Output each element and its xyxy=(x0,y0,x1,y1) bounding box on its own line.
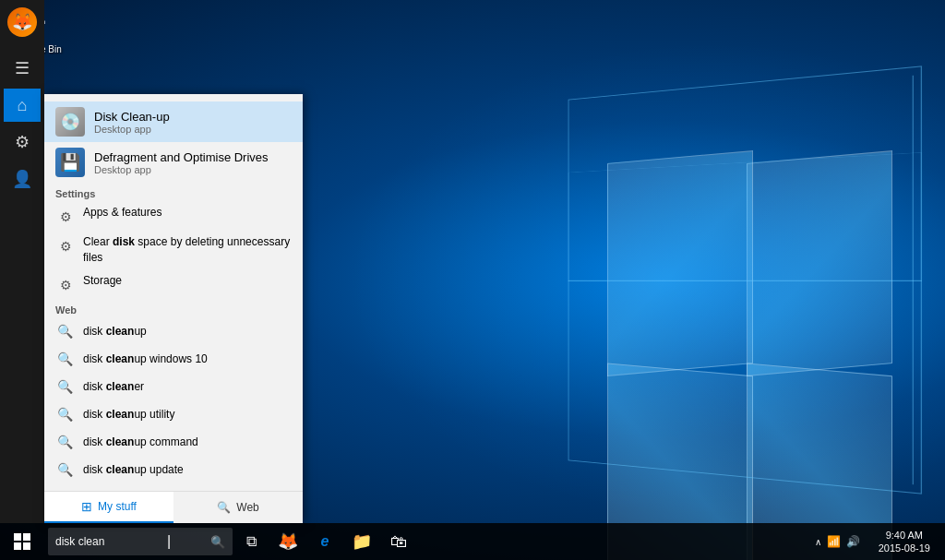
sidebar-hamburger[interactable]: ☰ xyxy=(4,52,41,85)
defrag-text: Defragment and Optimise Drives Desktop a… xyxy=(94,150,269,175)
sidebar-home[interactable]: ⌂ xyxy=(4,89,41,122)
explorer-taskbar-icon: 📁 xyxy=(352,531,372,552)
search-web-icon-1: 🔍 xyxy=(55,350,74,368)
web-result-2[interactable]: 🔍 disk cleaner xyxy=(44,373,303,400)
web-result-1[interactable]: 🔍 disk cleanup windows 10 xyxy=(44,345,303,373)
web-result-text-5: disk cleanup update xyxy=(83,463,184,476)
search-web-icon-3: 🔍 xyxy=(55,405,74,423)
search-web-icon-5: 🔍 xyxy=(55,460,74,479)
explorer-taskbar-button[interactable]: 📁 xyxy=(343,523,380,560)
web-result-4[interactable]: 🔍 disk cleanup command xyxy=(44,428,303,456)
task-view-icon: ⧉ xyxy=(246,533,257,550)
result-defrag[interactable]: 💾 Defragment and Optimise Drives Desktop… xyxy=(44,142,303,183)
web-section-label: Web xyxy=(44,299,303,317)
edge-taskbar-icon: e xyxy=(321,533,329,550)
sidebar-settings[interactable]: ⚙ xyxy=(4,125,41,159)
web-result-text-0: disk cleanup xyxy=(83,325,147,338)
storage-icon: ⚙ xyxy=(55,275,76,295)
clock-time: 9:40 AM xyxy=(886,529,923,542)
web-result-text-3: disk cleanup utility xyxy=(83,408,174,421)
apps-features-text: Apps & features xyxy=(83,205,161,220)
result-disk-cleanup[interactable]: 💿 Disk Clean-up Desktop app xyxy=(44,101,303,142)
settings-section-label: Settings xyxy=(44,183,303,201)
svg-rect-0 xyxy=(14,533,21,541)
apps-features-icon: ⚙ xyxy=(55,207,76,227)
taskbar-search-bar[interactable]: | 🔍 xyxy=(48,528,233,555)
firefox-taskbar-button[interactable]: 🦊 xyxy=(269,523,306,560)
tab-my-stuff-label: My stuff xyxy=(98,500,137,513)
store-taskbar-button[interactable]: 🛍 xyxy=(380,523,417,560)
svg-rect-3 xyxy=(23,542,30,550)
desktop-wallpaper xyxy=(283,0,945,560)
svg-rect-2 xyxy=(14,542,21,550)
svg-rect-1 xyxy=(23,533,30,541)
disk-cleanup-subtitle: Desktop app xyxy=(94,124,170,135)
system-tray-area: ∧ 📶 🔊 9:40 AM 2015-08-19 xyxy=(807,523,945,560)
settings-clear-disk[interactable]: ⚙ Clear disk space by deleting unnecessa… xyxy=(44,231,303,269)
web-result-text-1: disk cleanup windows 10 xyxy=(83,352,208,365)
taskbar-search-icon: 🔍 xyxy=(210,535,225,549)
storage-text: Storage xyxy=(83,273,122,289)
search-results-panel: 💿 Disk Clean-up Desktop app 💾 Defragment… xyxy=(44,94,303,523)
store-taskbar-icon: 🛍 xyxy=(390,532,407,552)
my-stuff-windows-icon: ⊞ xyxy=(81,499,92,514)
search-web-icon-4: 🔍 xyxy=(55,433,74,451)
defrag-icon: 💾 xyxy=(55,148,85,177)
firefox-taskbar-icon: 🦊 xyxy=(278,531,298,552)
desktop: 🗑 Recycle Bin 🦊 ☰ ⌂ ⚙ 👤 xyxy=(0,0,945,560)
disk-cleanup-text: Disk Clean-up Desktop app xyxy=(94,110,170,135)
search-results-area: 💿 Disk Clean-up Desktop app 💾 Defragment… xyxy=(44,94,303,491)
taskbar: | 🔍 ⧉ 🦊 e 📁 🛍 ∧ 📶 🔊 xyxy=(0,523,945,560)
tab-web[interactable]: 🔍 Web xyxy=(173,492,303,523)
settings-storage[interactable]: ⚙ Storage xyxy=(44,269,303,299)
web-result-3[interactable]: 🔍 disk cleanup utility xyxy=(44,400,303,428)
sidebar-user[interactable]: 👤 xyxy=(4,162,41,196)
tray-network[interactable]: 📶 xyxy=(827,535,841,548)
start-button[interactable] xyxy=(0,523,44,560)
settings-apps-features[interactable]: ⚙ Apps & features xyxy=(44,201,303,231)
taskbar-search-input[interactable] xyxy=(55,535,166,548)
taskbar-search-cursor: | xyxy=(167,533,171,550)
search-web-icon-2: 🔍 xyxy=(55,377,74,396)
clear-disk-text: Clear disk space by deleting unnecessary… xyxy=(83,234,292,266)
start-menu-sidebar: 🦊 ☰ ⌂ ⚙ 👤 xyxy=(0,0,44,523)
tab-my-stuff[interactable]: ⊞ My stuff xyxy=(44,492,173,523)
clear-disk-icon: ⚙ xyxy=(55,236,76,256)
web-result-text-2: disk cleaner xyxy=(83,380,144,393)
clock-date: 2015-08-19 xyxy=(879,542,930,554)
defrag-title: Defragment and Optimise Drives xyxy=(94,150,269,164)
tab-web-label: Web xyxy=(236,501,258,514)
web-result-5[interactable]: 🔍 disk cleanup update xyxy=(44,456,303,483)
task-view-button[interactable]: ⧉ xyxy=(233,523,269,560)
disk-cleanup-icon: 💿 xyxy=(55,107,85,137)
firefox-app-icon[interactable]: 🦊 xyxy=(7,7,37,37)
system-tray: ∧ 📶 🔊 xyxy=(807,535,867,548)
web-result-text-4: disk cleanup command xyxy=(83,435,198,448)
search-tabs-bar: ⊞ My stuff 🔍 Web xyxy=(44,491,303,523)
defrag-subtitle: Desktop app xyxy=(94,164,269,175)
tray-chevron[interactable]: ∧ xyxy=(815,537,821,547)
search-web-icon-0: 🔍 xyxy=(55,322,74,340)
edge-taskbar-button[interactable]: e xyxy=(306,523,343,560)
tray-volume[interactable]: 🔊 xyxy=(846,535,860,548)
search-tab-web-icon: 🔍 xyxy=(217,501,231,514)
web-result-0[interactable]: 🔍 disk cleanup xyxy=(44,317,303,345)
disk-cleanup-title: Disk Clean-up xyxy=(94,110,170,124)
system-clock[interactable]: 9:40 AM 2015-08-19 xyxy=(871,529,938,555)
